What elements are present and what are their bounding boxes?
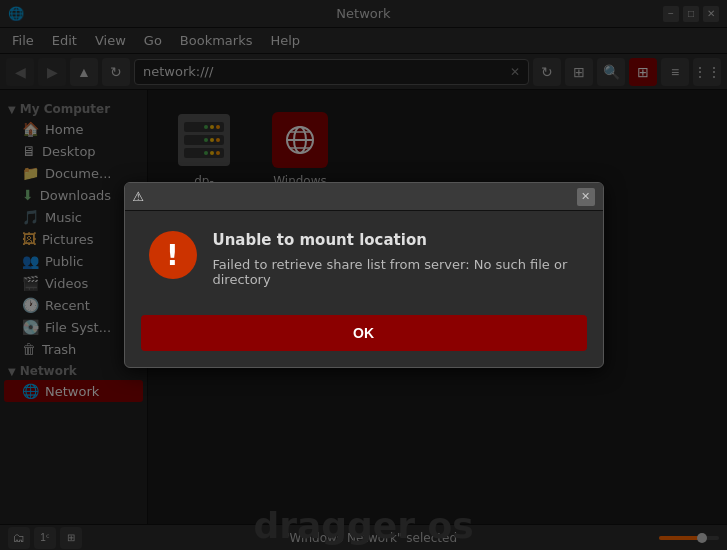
modal-icon-circle: ! [149, 231, 197, 279]
modal-content: Unable to mount location Failed to retri… [213, 231, 579, 287]
modal-footer: OK [125, 307, 603, 367]
modal-body: ! Unable to mount location Failed to ret… [125, 211, 603, 307]
modal-ok-button[interactable]: OK [141, 315, 587, 351]
modal-overlay: ⚠ ✕ ! Unable to mount location Failed to… [0, 0, 727, 550]
modal-titlebar: ⚠ ✕ [125, 183, 603, 211]
modal-message: Failed to retrieve share list from serve… [213, 257, 579, 287]
error-modal: ⚠ ✕ ! Unable to mount location Failed to… [124, 182, 604, 368]
modal-title: Unable to mount location [213, 231, 579, 249]
modal-titlebar-left: ⚠ [133, 189, 145, 204]
modal-warning-icon: ! [149, 231, 197, 279]
modal-close-button[interactable]: ✕ [577, 188, 595, 206]
modal-title-icon: ⚠ [133, 189, 145, 204]
